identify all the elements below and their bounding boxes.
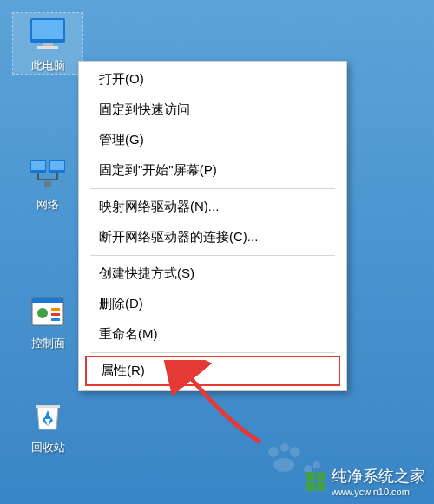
svg-point-18 — [290, 447, 300, 457]
menu-item-open[interactable]: 打开(O) — [82, 64, 344, 95]
svg-rect-12 — [51, 308, 60, 311]
svg-rect-7 — [50, 161, 64, 170]
desktop-icon-control-panel[interactable]: 控制面 — [13, 291, 82, 351]
watermark: 纯净系统之家 www.ycwin10.com — [306, 466, 425, 497]
desktop-icon-network[interactable]: 网络 — [13, 152, 82, 213]
svg-rect-23 — [317, 472, 326, 481]
menu-item-delete[interactable]: 删除(D) — [82, 289, 344, 319]
menu-separator — [90, 188, 335, 189]
svg-rect-8 — [44, 181, 51, 187]
menu-item-rename[interactable]: 重命名(M) — [82, 319, 344, 350]
svg-point-16 — [268, 447, 279, 457]
desktop-icon-this-pc[interactable]: 此电脑 — [13, 13, 82, 74]
watermark-text: 纯净系统之家 — [332, 466, 425, 487]
svg-rect-24 — [306, 482, 315, 491]
svg-rect-2 — [43, 43, 53, 46]
svg-rect-25 — [317, 482, 326, 491]
svg-rect-13 — [51, 313, 60, 316]
menu-item-create-shortcut[interactable]: 创建快捷方式(S) — [82, 259, 344, 289]
context-menu: 打开(O) 固定到快速访问 管理(G) 固定到"开始"屏幕(P) 映射网络驱动器… — [78, 61, 347, 391]
control-panel-icon — [27, 291, 69, 332]
icon-label: 回收站 — [31, 440, 65, 455]
watermark-url: www.ycwin10.com — [332, 487, 425, 497]
menu-separator — [90, 255, 335, 256]
network-icon — [27, 152, 69, 193]
icon-label: 网络 — [36, 197, 59, 213]
icon-label: 控制面 — [31, 336, 65, 351]
svg-rect-15 — [36, 405, 60, 408]
svg-rect-14 — [51, 318, 60, 321]
svg-point-11 — [37, 308, 48, 318]
menu-item-properties[interactable]: 属性(R) — [85, 356, 340, 386]
menu-item-pin-quick-access[interactable]: 固定到快速访问 — [82, 95, 344, 125]
pc-monitor-icon — [27, 13, 69, 55]
svg-rect-10 — [32, 298, 63, 303]
svg-point-17 — [280, 443, 289, 452]
windows-logo-icon — [306, 471, 326, 492]
svg-rect-22 — [306, 472, 315, 481]
menu-item-pin-start[interactable]: 固定到"开始"屏幕(P) — [82, 155, 344, 186]
svg-rect-3 — [37, 46, 58, 49]
menu-item-disconnect-drive[interactable]: 断开网络驱动器的连接(C)... — [82, 222, 344, 252]
desktop-icon-recycle-bin[interactable]: 回收站 — [13, 395, 82, 455]
menu-separator — [90, 352, 335, 353]
menu-item-manage[interactable]: 管理(G) — [82, 125, 344, 155]
svg-point-19 — [273, 458, 294, 472]
menu-item-map-drive[interactable]: 映射网络驱动器(N)... — [82, 192, 344, 222]
icon-label: 此电脑 — [31, 58, 65, 74]
recycle-bin-icon — [27, 395, 69, 436]
svg-rect-1 — [32, 20, 63, 39]
svg-rect-5 — [31, 161, 45, 170]
